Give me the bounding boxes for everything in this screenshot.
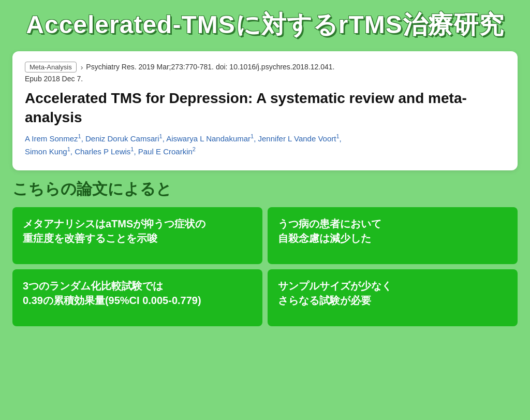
page-container: Accelerated-TMSに対するrTMS治療研究 Meta-Analysi… bbox=[0, 0, 530, 420]
sep-3: , bbox=[254, 134, 258, 143]
epub-info: Epub 2018 Dec 7. bbox=[25, 75, 505, 83]
finding-text-1: メタアナリシスはaTMSが抑うつ症状の重症度を改善することを示唆 bbox=[23, 216, 205, 245]
finding-card-1: メタアナリシスはaTMSが抑うつ症状の重症度を改善することを示唆 bbox=[12, 207, 262, 264]
sep-6: , bbox=[134, 147, 138, 156]
article-title: Accelerated TMS for Depression: A system… bbox=[25, 89, 505, 127]
finding-card-4: サンプルサイズが少なくさらなる試験が必要 bbox=[268, 269, 518, 326]
author-3: Aiswarya L Nandakumar bbox=[166, 134, 251, 143]
finding-card-3: 3つのランダム化比較試験では0.39の累積効果量(95%CI 0.005-0.7… bbox=[12, 269, 262, 326]
findings-grid: メタアナリシスはaTMSが抑うつ症状の重症度を改善することを示唆うつ病の患者にお… bbox=[12, 207, 518, 326]
sep-4: , bbox=[340, 134, 342, 143]
author-7: Paul E Croarkin bbox=[138, 147, 193, 156]
author-5: Simon Kung bbox=[25, 147, 67, 156]
page-title: Accelerated-TMSに対するrTMS治療研究 bbox=[12, 10, 518, 39]
author-6: Charles P Lewis bbox=[75, 147, 130, 156]
author-4: Jennifer L Vande Voort bbox=[258, 134, 336, 143]
finding-text-2: うつ病の患者において自殺念慮は減少した bbox=[278, 216, 381, 245]
sep-5: , bbox=[70, 147, 75, 156]
finding-text-4: サンプルサイズが少なくさらなる試験が必要 bbox=[278, 279, 392, 308]
section-title: こちらの論文によると bbox=[12, 179, 518, 200]
author-2: Deniz Doruk Camsari bbox=[85, 134, 159, 143]
finding-card-2: うつ病の患者において自殺念慮は減少した bbox=[268, 207, 518, 264]
journal-info: Psychiatry Res. 2019 Mar;273:770-781. do… bbox=[86, 62, 334, 73]
author-1: A Irem Sonmez bbox=[25, 134, 78, 143]
finding-text-3: 3つのランダム化比較試験では0.39の累積効果量(95%CI 0.005-0.7… bbox=[23, 279, 201, 308]
author-7-sup: 2 bbox=[193, 146, 196, 152]
chevron-right-icon: › bbox=[81, 63, 83, 71]
article-meta-row: Meta-Analysis › Psychiatry Res. 2019 Mar… bbox=[25, 62, 505, 73]
authors: A Irem Sonmez1, Deniz Doruk Camsari1, Ai… bbox=[25, 132, 505, 158]
header-section: Accelerated-TMSに対するrTMS治療研究 bbox=[0, 0, 530, 47]
meta-analysis-badge: Meta-Analysis bbox=[25, 62, 77, 73]
article-card: Meta-Analysis › Psychiatry Res. 2019 Mar… bbox=[12, 51, 518, 170]
sep-1: , bbox=[81, 134, 85, 143]
